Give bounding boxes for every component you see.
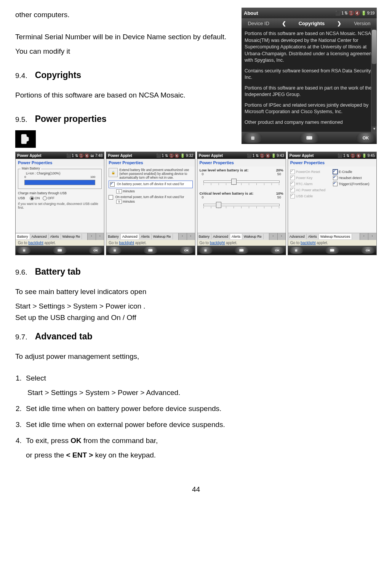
chevron-left-icon[interactable]: ‹ — [360, 233, 368, 240]
tab-advanced[interactable]: Advanced — [288, 234, 307, 239]
body-text: other computers. — [15, 8, 238, 22]
usb-cable-checkbox — [290, 194, 295, 198]
poweron-reset-checkbox — [290, 170, 295, 174]
headset-label: Headset detect — [339, 176, 362, 180]
radio-on-label: ON — [35, 196, 40, 200]
ok-button[interactable]: OK — [270, 247, 284, 254]
tab-battery[interactable]: Battery — [106, 234, 121, 239]
power-advanced-screenshot: Power Applet ⬛ 1 ⇅ 📵 🔇 🔋 9:32 Power Prop… — [106, 152, 195, 255]
section-title: Copyrights — [35, 70, 81, 80]
rtc-alarm-checkbox — [290, 182, 295, 186]
backlight-link[interactable]: backlight — [28, 241, 43, 245]
critical-level-value: 10% — [276, 191, 283, 195]
keyboard-button[interactable]: ⌨ — [53, 247, 67, 254]
tab-alerts[interactable]: Alerts — [230, 234, 242, 239]
tab-advanced[interactable]: Advanced — [211, 234, 230, 239]
start-button[interactable]: ⊞ — [199, 247, 213, 254]
tab-version[interactable]: Version — [354, 21, 370, 26]
page-number: 44 — [15, 485, 377, 494]
critical-level-slider[interactable] — [203, 204, 280, 206]
trigger1-checkbox[interactable] — [333, 182, 338, 186]
tab-battery[interactable]: Battery — [16, 234, 30, 239]
window-title: Power Applet — [290, 154, 314, 158]
keyboard-button[interactable]: ⌨ — [325, 247, 339, 254]
start-button[interactable]: ⊞ — [290, 247, 303, 254]
copyright-text: Contains security software licensed from… — [245, 68, 374, 81]
step-item: Select Start > Settings > System > Power… — [24, 371, 377, 400]
usb-on-radio[interactable] — [30, 196, 34, 200]
minutes-label: minutes — [123, 200, 135, 203]
critical-level-label: Critical level when battery is at: — [200, 191, 254, 195]
backlight-link[interactable]: backlight — [119, 241, 134, 245]
body-text: Portions of this software are based on N… — [15, 88, 238, 102]
tab-device-id[interactable]: Device ID — [248, 21, 269, 26]
external-timeout-input[interactable]: 5 — [116, 200, 122, 204]
section-title: Power properties — [35, 114, 107, 124]
keyboard-button[interactable]: ⌨ — [235, 247, 248, 254]
ecradle-checkbox[interactable] — [333, 170, 338, 174]
extend-battery-text: Extend battery life and prevent unauthor… — [119, 168, 189, 179]
tab-wakeup-resources[interactable]: Wakeup Resources — [319, 234, 352, 239]
chevron-left-icon[interactable]: ❮ — [282, 21, 286, 26]
chevron-left-icon[interactable]: ‹ — [269, 233, 277, 240]
ok-button[interactable]: OK — [356, 133, 375, 143]
body-text: Start > Settings > System > Power icon . — [15, 301, 377, 312]
tab-alerts[interactable]: Alerts — [139, 234, 152, 239]
ok-button[interactable]: OK — [89, 247, 102, 254]
external-timeout-checkbox[interactable] — [109, 195, 113, 200]
status-icons: ⬛ 1 ⇅ 📵 🔇 🔋 9:43 — [247, 154, 284, 158]
battery-timeout-checkbox[interactable] — [110, 182, 115, 187]
scale-max: 100 — [90, 175, 95, 179]
tab-advanced[interactable]: Advanced — [121, 234, 139, 239]
window-title: About — [244, 10, 335, 16]
backlight-link[interactable]: backlight — [301, 241, 315, 245]
chevron-right-icon[interactable]: › — [277, 233, 286, 240]
chevron-left-icon[interactable]: ‹ — [87, 233, 96, 240]
chevron-left-icon[interactable]: ‹ — [178, 233, 187, 240]
chevron-right-icon[interactable]: › — [368, 233, 376, 240]
chevron-right-icon[interactable]: › — [96, 233, 104, 240]
tab-alerts[interactable]: Alerts — [49, 234, 61, 239]
body-text: To see main battery level indicators ope… — [15, 285, 377, 299]
radio-off-label: OFF — [48, 196, 54, 200]
scrollbar[interactable]: ▾ — [371, 28, 377, 132]
backlight-link-line: Go to backlight applet. — [16, 240, 104, 246]
panel-title: Power Properties — [16, 159, 104, 166]
keyboard-button[interactable]: ⌨ — [300, 133, 319, 143]
start-button[interactable]: ⊞ — [243, 133, 262, 143]
tab-advanced[interactable]: Advanced — [30, 234, 49, 239]
tab-wakeup[interactable]: Wakeup Re — [61, 234, 82, 239]
charging-note: If you want to set charging mode, discon… — [18, 202, 102, 210]
scale-min: 0 — [202, 195, 204, 199]
chevron-down-icon[interactable]: ▾ — [371, 126, 377, 132]
backlight-link[interactable]: backlight — [210, 241, 225, 245]
usb-cable-label: USB Cable — [296, 194, 313, 198]
power-battery-screenshot: Power Applet ⬛ 1 ⇅ 📵 🔇 🖭 7:48 Power Prop… — [15, 152, 104, 255]
status-icons: ⬛ 1 ⇅ 📵 🔇 🔋 9:45 — [338, 154, 375, 158]
copyright-text: Portions of this software are based on N… — [245, 30, 374, 64]
battery-level-bar — [24, 180, 95, 185]
start-button[interactable]: ⊞ — [108, 247, 122, 254]
headset-checkbox[interactable] — [333, 176, 338, 180]
trigger1-label: Trigger1(FrontScan) — [339, 182, 370, 186]
scrollbar-thumb[interactable] — [372, 30, 376, 64]
chevron-right-icon[interactable]: ❯ — [337, 21, 341, 26]
start-button[interactable]: ⊞ — [17, 247, 31, 254]
tab-alerts[interactable]: Alerts — [307, 234, 319, 239]
usb-off-radio[interactable] — [43, 196, 47, 200]
battery-timeout-input[interactable]: 1 — [116, 189, 122, 194]
section-number: 9.6. — [15, 268, 27, 277]
tab-wakeup[interactable]: Wakeup Re — [152, 234, 173, 239]
fieldset-label: Main Battery — [21, 166, 41, 170]
ok-button[interactable]: OK — [361, 247, 375, 254]
external-timeout-label: On external power, turn off device if no… — [115, 195, 184, 199]
chevron-right-icon[interactable]: › — [187, 233, 195, 240]
keyboard-button[interactable]: ⌨ — [144, 247, 157, 254]
section-number: 9.5. — [15, 115, 27, 124]
tab-battery[interactable]: Battery — [197, 234, 212, 239]
tab-wakeup[interactable]: Wakeup Re — [242, 234, 264, 239]
power-key-label: Power Key — [296, 176, 313, 180]
low-level-slider[interactable] — [203, 181, 280, 183]
ok-button[interactable]: OK — [180, 247, 194, 254]
tab-copyrights[interactable]: Copyrights — [299, 21, 325, 26]
